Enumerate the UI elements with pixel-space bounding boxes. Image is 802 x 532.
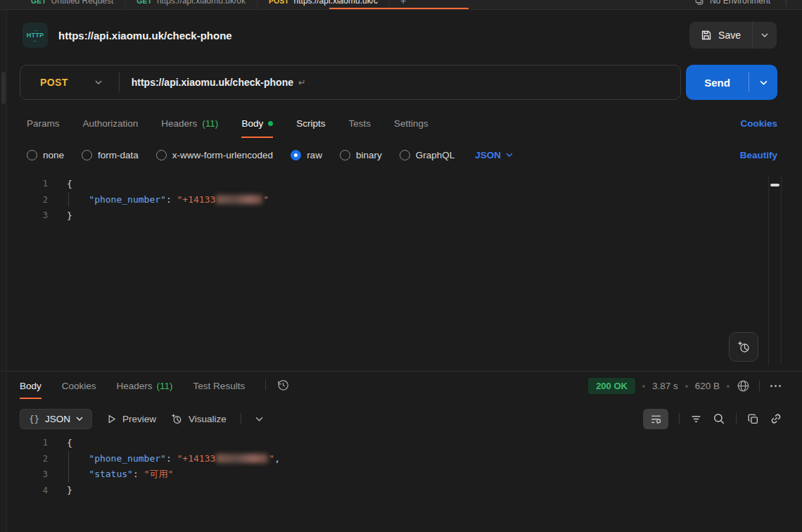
send-split-button: Send (686, 65, 777, 100)
url-input[interactable]: https://api.xiaomu.uk/check-phone (132, 77, 293, 88)
word-wrap-button[interactable] (643, 409, 668, 429)
save-button[interactable]: Save (689, 30, 752, 41)
scrollbar-track (781, 176, 782, 363)
body-type-selector: none form-data x-www-form-urlencoded raw… (27, 143, 777, 167)
radio-icon (340, 150, 350, 160)
response-tab-body[interactable]: Body (20, 381, 42, 399)
postman-window: GET Untitled Request GET https://api.xia… (0, 0, 802, 532)
filter-icon (690, 413, 702, 425)
active-tab-underline (329, 8, 469, 9)
url-bar: POST https://api.xiaomu.uk/check-phone ↵ (20, 65, 681, 100)
chevron-down-icon (760, 80, 768, 85)
cookies-link[interactable]: Cookies (740, 118, 777, 138)
tab-params[interactable]: Params (27, 118, 60, 138)
sidebar-drag-handle[interactable] (1, 72, 6, 104)
response-meta-bar: Body Cookies Headers (11) Test Results 2… (20, 374, 782, 399)
search-button[interactable] (713, 412, 725, 425)
radio-icon (27, 150, 37, 160)
environment-selector[interactable]: No Environment (694, 0, 802, 6)
status-badge[interactable]: 200 OK (588, 378, 635, 394)
chevron-down-icon (761, 33, 768, 37)
chevron-down-icon (255, 417, 263, 422)
mode-raw[interactable]: raw (291, 150, 322, 160)
request-body-editor[interactable]: 1 { 2 "phone_number": "+14133" 3 } (0, 176, 767, 368)
response-stats: 200 OK 3.87 s 620 B (588, 378, 782, 399)
preview-button[interactable]: Preview (106, 414, 156, 424)
tab-authorization[interactable]: Authorization (83, 118, 139, 138)
redacted-phone-digits (216, 454, 268, 463)
request-tab-untitled[interactable]: GET Untitled Request (20, 0, 125, 9)
tab-scripts[interactable]: Scripts (296, 118, 325, 138)
headers-count: (11) (157, 381, 173, 391)
response-format-dropdown[interactable]: {} JSON (20, 409, 92, 429)
mode-none[interactable]: none (27, 150, 64, 160)
send-options-button[interactable] (749, 65, 777, 100)
save-icon (701, 30, 712, 41)
scrollbar-thumb[interactable] (770, 184, 779, 186)
tab-settings[interactable]: Settings (394, 118, 428, 138)
workspace-tab-bar: GET Untitled Request GET https://api.xia… (0, 0, 802, 10)
environment-label: No Environment (710, 0, 770, 6)
divider (786, 0, 787, 6)
divider (241, 413, 241, 424)
method-label: POST (269, 0, 289, 5)
tab-tests[interactable]: Tests (348, 118, 371, 138)
request-tab-ok[interactable]: GET https://api.xiaomu.uk/ok (125, 0, 257, 9)
response-tab-test-results[interactable]: Test Results (193, 381, 246, 399)
link-button[interactable] (770, 412, 782, 425)
code-line: 3 "status": "可用" (0, 467, 802, 483)
code-line: 3 } (0, 208, 767, 224)
language-dropdown[interactable]: JSON (475, 150, 513, 160)
save-label: Save (718, 30, 741, 41)
chevron-down-icon (506, 153, 513, 157)
tab-body[interactable]: Body (241, 118, 273, 138)
response-size[interactable]: 620 B (695, 381, 720, 391)
postbot-button[interactable] (729, 332, 758, 362)
headers-count: (11) (202, 118, 218, 129)
word-wrap-icon (650, 413, 662, 425)
divider (119, 72, 120, 92)
tab-headers[interactable]: Headers (11) (161, 118, 218, 138)
modified-dot (268, 121, 273, 126)
beautify-link[interactable]: Beautify (740, 150, 777, 160)
return-hint: ↵ (298, 77, 306, 88)
divider (679, 413, 680, 424)
method-dropdown-button[interactable] (95, 80, 102, 84)
copy-icon (747, 413, 759, 425)
response-body-viewer[interactable]: 1 { 2 "phone_number": "+14133", 3 "statu… (0, 435, 802, 532)
response-tab-headers[interactable]: Headers (11) (117, 381, 173, 399)
mode-form-data[interactable]: form-data (82, 150, 139, 160)
copy-button[interactable] (747, 413, 759, 425)
save-options-button[interactable] (753, 22, 777, 49)
indent-guide (68, 451, 69, 466)
http-request-icon: → HTTP ← (23, 23, 48, 48)
chevron-down-icon (76, 417, 83, 421)
method-label: GET (31, 0, 46, 5)
search-icon (713, 412, 725, 425)
mode-graphql[interactable]: GraphQL (400, 150, 455, 160)
mode-x-www-form-urlencoded[interactable]: x-www-form-urlencoded (156, 150, 273, 160)
pane-divider[interactable] (0, 371, 802, 372)
visualize-sparkle-icon (170, 412, 183, 425)
divider (736, 413, 737, 424)
response-history-button[interactable] (277, 379, 289, 399)
filter-button[interactable] (690, 413, 702, 425)
divider (759, 381, 760, 391)
preview-play-icon (106, 414, 117, 424)
radio-icon (400, 150, 410, 160)
method-selector[interactable]: POST (40, 77, 68, 88)
network-info-button[interactable] (737, 379, 750, 393)
new-tab-button[interactable]: + (390, 0, 416, 6)
response-time[interactable]: 3.87 s (652, 381, 678, 391)
mode-binary[interactable]: binary (340, 150, 382, 160)
response-tab-cookies[interactable]: Cookies (62, 381, 96, 399)
response-view-options-button[interactable] (255, 417, 263, 422)
indent-guide (68, 192, 69, 207)
visualize-button[interactable]: Visualize (170, 412, 227, 425)
tab-title: Untitled Request (51, 0, 114, 6)
send-button[interactable]: Send (686, 65, 749, 100)
response-tools (643, 409, 782, 429)
response-more-options-button[interactable] (769, 382, 782, 390)
tab-title: https://api.xiaomu.uk/c (294, 0, 378, 6)
method-label: GET (136, 0, 152, 5)
